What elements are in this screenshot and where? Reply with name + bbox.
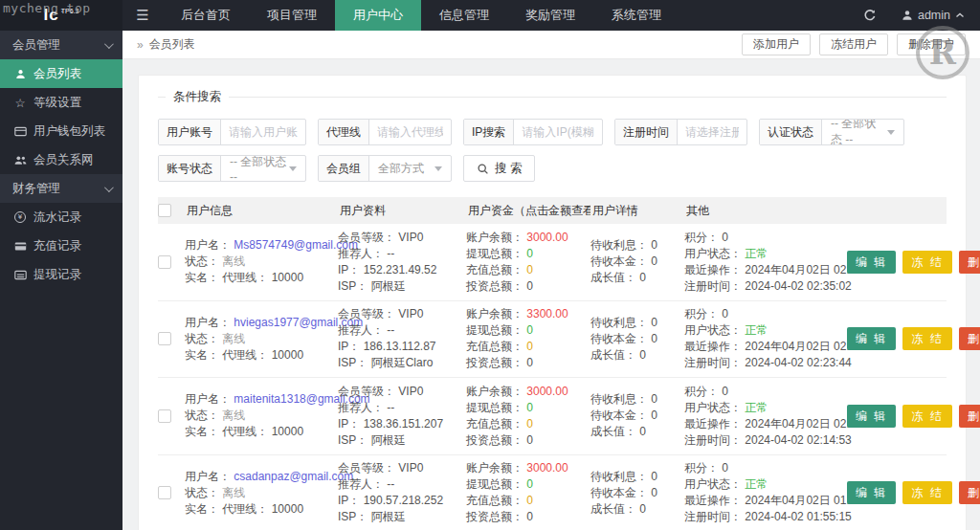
ip-search-input[interactable]: [514, 120, 602, 144]
withdraw-value[interactable]: 0: [526, 247, 533, 260]
invest-value[interactable]: 0: [526, 279, 533, 293]
account-status-select[interactable]: -- 全部状态 --: [221, 156, 305, 181]
invest-value[interactable]: 0: [526, 433, 533, 447]
search-button[interactable]: 搜 索: [463, 155, 535, 182]
ip-label: IP：: [338, 417, 360, 431]
last-op-label: 最近操作：: [684, 494, 742, 507]
row-checkbox[interactable]: [158, 255, 171, 269]
account-input[interactable]: [221, 120, 305, 144]
menu-item-projects[interactable]: 项目管理: [249, 0, 335, 31]
sidebar-item-label: 充值记录: [33, 238, 81, 254]
balance-label: 账户余额：: [466, 307, 523, 320]
recharge-value[interactable]: 0: [526, 340, 533, 353]
select-all-checkbox[interactable]: [158, 204, 171, 217]
balance-value[interactable]: 3000.00: [526, 461, 568, 475]
recharge-value[interactable]: 0: [526, 494, 533, 507]
menu-item-info[interactable]: 信息管理: [421, 0, 507, 31]
reg-time-label: 注册时间：: [684, 279, 742, 293]
delete-user-button[interactable]: 删除用户: [897, 33, 966, 55]
growth-value: 0: [639, 348, 646, 362]
row-checkbox[interactable]: [158, 332, 171, 345]
invest-value[interactable]: 0: [526, 356, 533, 369]
table-row: 用户名： hviegas1977@gmail.com 状态： 离线 实名： 代理…: [158, 301, 947, 379]
principal-value: 0: [651, 254, 657, 268]
sidebar-item-wallet-list[interactable]: 用户钱包列表: [0, 117, 122, 145]
sidebar-group-finance[interactable]: 财务管理: [0, 174, 122, 203]
user-details-cell: 待收利息： 0 待收本金： 0 成长值： 0: [590, 314, 684, 364]
realname-label: 实名：: [185, 271, 219, 284]
principal-label: 待收本金：: [590, 409, 648, 422]
refresh-icon[interactable]: [863, 9, 877, 22]
agent-input[interactable]: [369, 120, 451, 144]
withdraw-value[interactable]: 0: [526, 401, 533, 414]
sidebar-item-label: 会员关系网: [33, 152, 94, 168]
delete-button[interactable]: 删 除: [959, 405, 980, 428]
edit-button[interactable]: 编 辑: [847, 251, 896, 274]
sidebar-item-flow-records[interactable]: ¥ 流水记录: [0, 203, 122, 232]
level-label: 会员等级：: [338, 461, 395, 475]
auth-status-select[interactable]: -- 全部状态 --: [822, 120, 903, 144]
sidebar-item-recharge-records[interactable]: 充值记录: [0, 232, 122, 260]
user-status-value: 正常: [745, 401, 768, 414]
sidebar-item-withdraw-records[interactable]: 提现记录: [0, 260, 122, 289]
add-user-button[interactable]: 添加用户: [742, 33, 811, 55]
invest-label: 投资总额：: [466, 356, 523, 369]
edit-button[interactable]: 编 辑: [847, 405, 896, 428]
delete-button[interactable]: 删 除: [959, 481, 980, 504]
freeze-user-button[interactable]: 冻结用户: [819, 33, 888, 55]
invest-value[interactable]: 0: [526, 510, 533, 523]
referrer-value: --: [387, 477, 394, 491]
username-link[interactable]: csadanpaz@gmail.com: [234, 470, 353, 483]
menu-item-user-center[interactable]: 用户中心: [335, 0, 421, 31]
delete-button[interactable]: 删 除: [959, 327, 980, 350]
sidebar-item-relation-network[interactable]: 会员关系网: [0, 145, 122, 174]
interest-value: 0: [651, 316, 657, 329]
admin-dropdown[interactable]: admin: [902, 9, 965, 22]
menu-item-dashboard[interactable]: 后台首页: [163, 0, 249, 31]
principal-label: 待收本金：: [590, 254, 648, 268]
menu-item-rewards[interactable]: 奖励管理: [507, 0, 593, 31]
isp-label: ISP：: [338, 433, 368, 447]
chevron-down-icon: [104, 39, 114, 49]
referrer-label: 推荐人：: [338, 401, 384, 414]
delete-button[interactable]: 删 除: [959, 251, 980, 274]
menu-item-system[interactable]: 系统管理: [593, 0, 679, 31]
withdraw-label: 提现总额：: [466, 401, 523, 414]
status-label: 状态：: [185, 409, 219, 422]
member-group-select[interactable]: 全部方式: [369, 156, 451, 181]
freeze-button[interactable]: 冻 结: [902, 481, 951, 504]
edit-button[interactable]: 编 辑: [847, 481, 896, 504]
agent-label: 代理线：: [222, 271, 268, 284]
withdraw-label: 提现总额：: [466, 477, 523, 491]
sidebar-group-member[interactable]: 会员管理: [0, 31, 122, 59]
row-actions: 编 辑 冻 结 删 除: [847, 251, 980, 274]
balance-value[interactable]: 3000.00: [526, 385, 568, 398]
withdraw-value[interactable]: 0: [526, 323, 533, 337]
regtime-input[interactable]: [678, 120, 746, 144]
caret-down-icon: [289, 166, 297, 171]
recharge-value[interactable]: 0: [526, 417, 533, 431]
hamburger-menu-icon[interactable]: ☰: [122, 0, 163, 31]
reg-time-label: 注册时间：: [684, 356, 742, 369]
balance-value[interactable]: 3300.00: [526, 307, 568, 320]
balance-value[interactable]: 3000.00: [526, 231, 568, 244]
card-lines-icon: [13, 268, 27, 281]
withdraw-value[interactable]: 0: [526, 477, 533, 491]
sidebar-item-level-settings[interactable]: ☆ 等级设置: [0, 88, 122, 117]
edit-button[interactable]: 编 辑: [847, 327, 896, 350]
status-label: 状态：: [185, 486, 219, 499]
freeze-button[interactable]: 冻 结: [902, 405, 951, 428]
freeze-button[interactable]: 冻 结: [902, 251, 951, 274]
freeze-button[interactable]: 冻 结: [902, 327, 951, 350]
col-user-profile: 用户资料: [338, 203, 466, 219]
auth-status-value: -- 全部状态 --: [831, 119, 887, 145]
referrer-label: 推荐人：: [338, 477, 384, 491]
user-details-cell: 待收利息： 0 待收本金： 0 成长值： 0: [590, 391, 684, 442]
row-checkbox[interactable]: [158, 409, 171, 423]
col-user-funds: 用户资金（点击金额查看）: [466, 203, 590, 219]
recharge-value[interactable]: 0: [526, 263, 533, 276]
realname-label: 实名：: [185, 348, 219, 362]
app-logo: Ic TP6.3: [0, 0, 122, 31]
sidebar-item-member-list[interactable]: 会员列表: [0, 59, 122, 88]
row-checkbox[interactable]: [158, 486, 171, 499]
